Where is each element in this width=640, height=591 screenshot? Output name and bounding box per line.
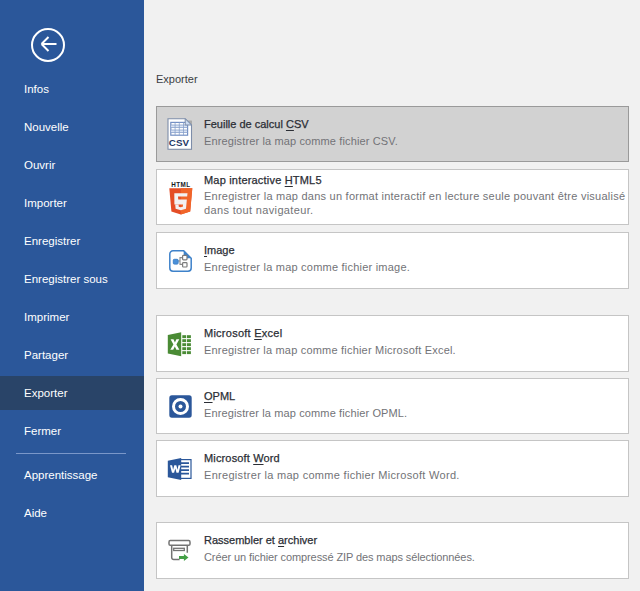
svg-text:HTML: HTML xyxy=(171,181,190,188)
svg-text:CSV: CSV xyxy=(169,137,190,148)
